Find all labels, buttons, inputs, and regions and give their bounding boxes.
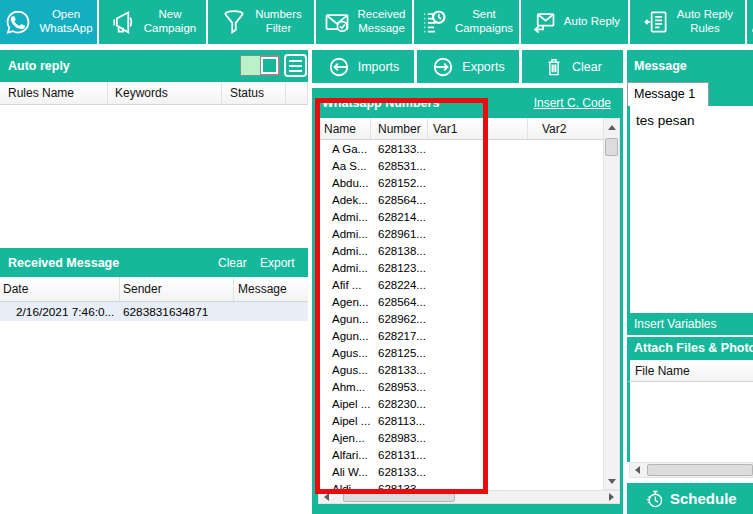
sent-campaigns-button[interactable]: Sent Campaigns bbox=[414, 0, 519, 44]
toolbar-button-label: Sent Campaigns bbox=[455, 8, 513, 36]
table-row[interactable]: Admi...628214... bbox=[318, 208, 603, 225]
column-header-name[interactable]: Name bbox=[318, 118, 371, 139]
app-window: { "colors": { "teal": "#16b79b", "cyan":… bbox=[0, 0, 753, 514]
received-message-button[interactable]: Received Message bbox=[316, 0, 412, 44]
message-text: tes pesan bbox=[636, 113, 695, 128]
auto-reply-panel-title: Auto reply bbox=[8, 59, 70, 73]
cell-date: 2/16/2021 7:46:0... bbox=[0, 305, 120, 319]
imports-label: Imports bbox=[358, 60, 400, 74]
table-row[interactable]: Afif ...628224... bbox=[318, 276, 603, 293]
cell-name: Alfari... bbox=[318, 449, 371, 461]
insert-variables-button[interactable]: Insert Variables bbox=[627, 313, 753, 335]
table-row[interactable]: Abdu...628152... bbox=[318, 174, 603, 191]
attach-files-header: Attach Files & Photos bbox=[627, 337, 753, 360]
whatsapp-numbers-table-header: Name Number Var1 Var2 bbox=[318, 118, 603, 140]
table-row[interactable]: Ahm...628953... bbox=[318, 378, 603, 395]
table-row[interactable]: Agen...628564... bbox=[318, 293, 603, 310]
scroll-down-button[interactable] bbox=[604, 473, 619, 489]
horizontal-scroll-thumb[interactable] bbox=[647, 464, 753, 476]
file-list-area[interactable] bbox=[627, 382, 753, 462]
table-row[interactable]: Agun...628962... bbox=[318, 310, 603, 327]
tab-message-1[interactable]: Message 1 bbox=[627, 82, 709, 106]
auto-reply-button[interactable]: Auto Reply bbox=[521, 0, 628, 44]
message-horizontal-scrollbar[interactable] bbox=[629, 462, 753, 478]
received-export-button[interactable]: Export bbox=[260, 256, 295, 270]
cell-name: Agus... bbox=[318, 347, 371, 359]
table-row[interactable]: Alfari...628131... bbox=[318, 446, 603, 463]
received-message-panel-header: Received Message Clear Export bbox=[0, 248, 308, 277]
cell-number: 628230... bbox=[371, 398, 451, 410]
cell-name: Aa S... bbox=[318, 160, 371, 172]
contacts-button[interactable] bbox=[747, 0, 753, 44]
numbers-horizontal-scrollbar[interactable] bbox=[318, 490, 620, 504]
column-header-var2[interactable]: Var2 bbox=[528, 118, 603, 139]
insert-country-code-link[interactable]: Insert C. Code bbox=[534, 96, 611, 110]
imports-button[interactable]: Imports bbox=[312, 50, 414, 83]
received-table-header: Date Sender Message bbox=[0, 277, 308, 302]
scroll-left-button[interactable] bbox=[319, 491, 334, 503]
cell-name: Agus... bbox=[318, 364, 371, 376]
cell-sender: 6283831634871 bbox=[120, 305, 234, 319]
open-whatsapp-button[interactable]: Open WhatsApp bbox=[0, 0, 97, 44]
menu-icon[interactable] bbox=[284, 54, 307, 77]
export-circle-arrow-icon bbox=[431, 55, 455, 79]
horizontal-scroll-thumb[interactable] bbox=[343, 492, 455, 502]
clear-numbers-button[interactable]: Clear bbox=[522, 50, 623, 83]
exports-button[interactable]: Exports bbox=[417, 50, 519, 83]
table-row[interactable]: Admi...628961... bbox=[318, 225, 603, 242]
scroll-right-button[interactable] bbox=[604, 491, 619, 503]
arrow-up-icon bbox=[608, 125, 616, 130]
cell-name: Ali W... bbox=[318, 466, 371, 478]
table-row[interactable]: Aipel ...628230... bbox=[318, 395, 603, 412]
table-row[interactable]: Agun...628217... bbox=[318, 327, 603, 344]
auto-reply-panel-header: Auto reply bbox=[0, 50, 308, 82]
numbers-filter-button[interactable]: Numbers Filter bbox=[208, 0, 314, 44]
cell-name: A Ga... bbox=[318, 143, 371, 155]
table-row[interactable]: Aipel ...628113... bbox=[318, 412, 603, 429]
table-row[interactable]: Adek...628564... bbox=[318, 191, 603, 208]
schedule-button[interactable]: Schedule bbox=[627, 483, 753, 514]
column-header-number[interactable]: Number bbox=[371, 118, 428, 139]
column-header-status[interactable]: Status bbox=[222, 82, 286, 104]
column-header-file-name[interactable]: File Name bbox=[630, 360, 753, 381]
column-header-sender[interactable]: Sender bbox=[120, 277, 234, 301]
exports-label: Exports bbox=[462, 60, 504, 74]
table-row[interactable]: Agus...628125... bbox=[318, 344, 603, 361]
table-row[interactable]: Ajen...628983... bbox=[318, 429, 603, 446]
cell-number: 628123... bbox=[371, 262, 451, 274]
received-clear-button[interactable]: Clear bbox=[218, 256, 247, 270]
numbers-vertical-scrollbar[interactable] bbox=[603, 118, 620, 490]
arrow-down-icon bbox=[608, 479, 616, 484]
table-row[interactable]: Aa S...628531... bbox=[318, 157, 603, 174]
cell-name: Ajen... bbox=[318, 432, 371, 444]
received-table-rows: 2/16/2021 7:46:0...6283831634871 bbox=[0, 302, 308, 321]
column-header-var1[interactable]: Var1 bbox=[428, 118, 528, 139]
column-header-keywords[interactable]: Keywords bbox=[108, 82, 222, 104]
table-row[interactable]: Agus...628133... bbox=[318, 361, 603, 378]
table-row[interactable]: Admi...628138... bbox=[318, 242, 603, 259]
scroll-up-button[interactable] bbox=[604, 119, 619, 135]
table-row[interactable]: 2/16/2021 7:46:0...6283831634871 bbox=[0, 302, 308, 321]
megaphone-icon bbox=[109, 8, 137, 36]
list-clock-icon bbox=[420, 8, 448, 36]
cell-name: Agun... bbox=[318, 330, 371, 342]
table-row[interactable]: Admi...628123... bbox=[318, 259, 603, 276]
toggle-knob bbox=[261, 57, 278, 74]
toolbar-button-label: New Campaign bbox=[144, 8, 196, 36]
vertical-scroll-thumb[interactable] bbox=[605, 138, 618, 156]
auto-reply-toggle[interactable] bbox=[240, 55, 280, 76]
table-row[interactable]: A Ga...628133... bbox=[318, 140, 603, 157]
column-header-date[interactable]: Date bbox=[0, 277, 120, 301]
column-header-filler bbox=[286, 82, 308, 104]
import-circle-arrow-icon bbox=[327, 55, 351, 79]
table-row[interactable]: Aldi...628133... bbox=[318, 480, 603, 490]
new-campaign-button[interactable]: New Campaign bbox=[99, 0, 206, 44]
message-text-area[interactable]: tes pesan bbox=[627, 106, 753, 313]
scroll-left-button[interactable] bbox=[630, 463, 644, 477]
column-header-message[interactable]: Message bbox=[234, 277, 308, 301]
table-row[interactable]: Ali W...628133... bbox=[318, 463, 603, 480]
toolbar-button-label: Auto Reply Rules bbox=[677, 8, 733, 36]
column-header-rules-name[interactable]: Rules Name bbox=[0, 82, 108, 104]
auto-reply-rules-button[interactable]: Auto Reply Rules bbox=[630, 0, 745, 44]
whatsapp-numbers-table: Name Number Var1 Var2 A Ga...628133...Aa… bbox=[318, 118, 603, 490]
